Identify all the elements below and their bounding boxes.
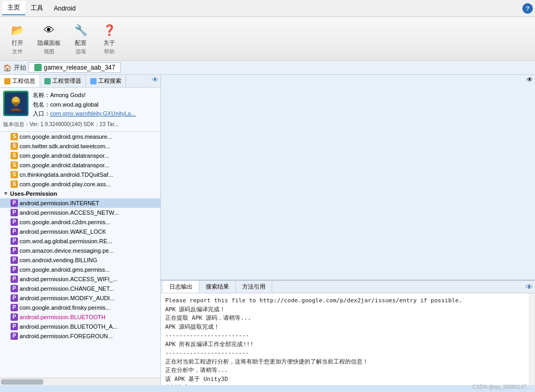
tab-project-info-label: 工程信息: [12, 77, 35, 85]
p-icon: P: [11, 285, 18, 292]
list-item[interactable]: P android.permission.MODIFY_AUDI...: [0, 293, 160, 303]
console-scrollbar[interactable]: [529, 293, 535, 385]
list-item[interactable]: P android.permission.ACCESS_NETW...: [0, 208, 160, 217]
console-toggle-button[interactable]: 👁: [526, 283, 533, 291]
list-item[interactable]: P android.permission.FOREGROUN...: [0, 331, 160, 341]
home-icon[interactable]: 🏠: [3, 64, 12, 72]
p-icon: P: [11, 294, 18, 302]
list-item[interactable]: P com.google.android.gms.permiss...: [0, 265, 160, 274]
tree-item-label: android.permission.WAKE_LOCK: [20, 228, 106, 235]
list-item[interactable]: S cn.thinkingdata.android.TDQuitSaf...: [0, 170, 160, 179]
tab-info-icon: [4, 78, 11, 84]
list-item[interactable]: S com.google.android.datatranspor...: [0, 160, 160, 170]
list-item[interactable]: P com.wod.ag.global.permission.RE...: [0, 236, 160, 246]
tab-project-manager[interactable]: 工程管理器: [40, 75, 86, 87]
list-item[interactable]: P com.google.android.c2dm.permis...: [0, 217, 160, 227]
console-output-area: Please report this file to http://code.g…: [161, 293, 535, 385]
about-button[interactable]: ❓ 关于 帮助: [96, 19, 122, 58]
tab-search-results[interactable]: 搜索结果: [199, 281, 236, 293]
menu-item-android[interactable]: Android: [49, 3, 81, 14]
horizontal-scrollbar[interactable]: [0, 378, 160, 385]
list-item[interactable]: S com.google.android.gms.measure...: [0, 132, 160, 141]
toolbar: 📂 打开 文件 👁 隐藏面板 视图 🔧 配置 选项 ❓ 关于 帮助: [0, 17, 535, 61]
tree-item-label: com.google.android.datatranspor...: [20, 152, 109, 159]
p-icon: P: [11, 247, 18, 254]
left-panel: 工程信息 工程管理器 工程搜索 👁: [0, 75, 161, 385]
list-item[interactable]: P android.permission.ACCESS_WIFI_...: [0, 274, 160, 284]
list-item[interactable]: P android.permission.CHANGE_NET...: [0, 284, 160, 293]
start-label[interactable]: 开始: [14, 63, 26, 72]
console-line: ------------------------: [165, 349, 524, 358]
tree-item-label: com.google.android.c2dm.permis...: [20, 219, 110, 225]
p-icon: P: [11, 313, 18, 321]
uses-permission-group[interactable]: ▼ Uses-Permission: [0, 189, 160, 198]
p-icon: P: [11, 218, 18, 226]
project-icon: [3, 91, 28, 116]
list-item[interactable]: P android.permission.BLUETOOTH_A...: [0, 322, 160, 331]
open-group-label: 文件: [12, 48, 23, 55]
config-label: 配置: [75, 39, 87, 47]
project-package: 包名：com.wod.ag.global: [33, 100, 136, 110]
console-line: 该 APK 基于 Unity3D: [165, 375, 524, 384]
main-area: 工程信息 工程管理器 工程搜索 👁: [0, 75, 535, 385]
scrollbar-thumb[interactable]: [1, 379, 43, 385]
console-line: APK 源码反编译完成！: [165, 305, 524, 314]
tree-item-label: android.permission.ACCESS_NETW...: [20, 209, 119, 216]
expand-arrow-icon: ▼: [3, 190, 8, 196]
tab-project-manager-label: 工程管理器: [52, 77, 81, 85]
console-line: APK 源码提取完成！: [165, 323, 524, 332]
code-view-area: 👁: [161, 75, 535, 280]
tab-log-output[interactable]: 日志输出: [163, 281, 199, 293]
watermark-text: CSDN @qq_26880147...: [472, 384, 531, 390]
s-icon: S: [11, 142, 18, 150]
hide-panel-button[interactable]: 👁 隐藏面板 视图: [33, 19, 65, 58]
project-details: 名称：Among Gods! 包名：com.wod.ag.global 入口：c…: [33, 91, 136, 119]
console-line: ------------------------: [165, 331, 524, 340]
open-button[interactable]: 📂 打开 文件: [4, 19, 31, 58]
tree-item-label: android.permission.BLUETOOTH_A...: [20, 323, 118, 330]
list-item[interactable]: P com.google.android.finsky.permis...: [0, 303, 160, 312]
config-button[interactable]: 🔧 配置 选项: [68, 19, 94, 58]
about-group: 帮助: [104, 48, 114, 55]
project-header: 名称：Among Gods! 包名：com.wod.ag.global 入口：c…: [3, 91, 157, 119]
tree-item-label: com.google.android.play.core.ass...: [20, 181, 111, 187]
p-icon: P: [11, 266, 18, 273]
tree-view: S com.google.android.gms.measure... S co…: [0, 132, 160, 378]
tab-method-ref[interactable]: 方法引用: [236, 281, 272, 293]
menu-item-home[interactable]: 主页: [2, 1, 25, 15]
s-icon: S: [11, 180, 18, 188]
list-item[interactable]: P android.permission.BLUETOOTH: [0, 312, 160, 322]
project-entry-link[interactable]: com.gmx.warofdeity.GXUnityLa...: [50, 110, 136, 117]
p-icon: P: [11, 209, 18, 216]
tab-project-search[interactable]: 工程搜索: [86, 75, 126, 87]
open-label: 打开: [12, 39, 23, 47]
list-item[interactable]: S com.twitter.sdk.android.tweetcom...: [0, 141, 160, 151]
tab-project-info[interactable]: 工程信息: [0, 75, 40, 87]
p-icon: P: [11, 332, 18, 340]
list-item[interactable]: P android.permission.INTERNET: [0, 198, 160, 208]
permission-internet-label: android.permission.INTERNET: [20, 200, 99, 206]
config-group: 选项: [75, 48, 86, 55]
console-line: 分析完成！: [165, 384, 524, 385]
console-panel: 日志输出 搜索结果 方法引用 👁 Please report this file…: [161, 280, 535, 385]
right-panel-toggle[interactable]: 👁: [527, 76, 533, 83]
list-item[interactable]: P com.android.vending.BILLING: [0, 255, 160, 265]
help-button[interactable]: ?: [522, 3, 533, 14]
list-item[interactable]: P com.amazon.device.messaging.pe...: [0, 246, 160, 255]
hide-panel-label: 隐藏面板: [37, 39, 61, 47]
list-item[interactable]: P android.permission.WAKE_LOCK: [0, 227, 160, 236]
project-tab[interactable]: gamex_release_aab_347: [28, 62, 121, 73]
project-entry-label: 入口：: [33, 110, 50, 117]
tab-project-search-label: 工程搜索: [98, 77, 121, 85]
list-item[interactable]: S com.google.android.play.core.ass...: [0, 179, 160, 189]
console-line: 正在分析中，请稍等...: [165, 366, 524, 375]
tree-item-label: com.amazon.device.messaging.pe...: [20, 247, 114, 254]
tree-item-label: com.google.android.datatranspor...: [20, 162, 109, 168]
panel-toggle-button[interactable]: 👁: [152, 76, 158, 83]
p-icon: P: [11, 228, 18, 235]
s-icon: S: [11, 152, 18, 159]
menu-item-tools[interactable]: 工具: [25, 2, 49, 15]
console-log[interactable]: Please report this file to http://code.g…: [161, 293, 529, 385]
list-item[interactable]: S com.google.android.datatranspor...: [0, 151, 160, 160]
project-tab-label: gamex_release_aab_347: [44, 64, 115, 71]
